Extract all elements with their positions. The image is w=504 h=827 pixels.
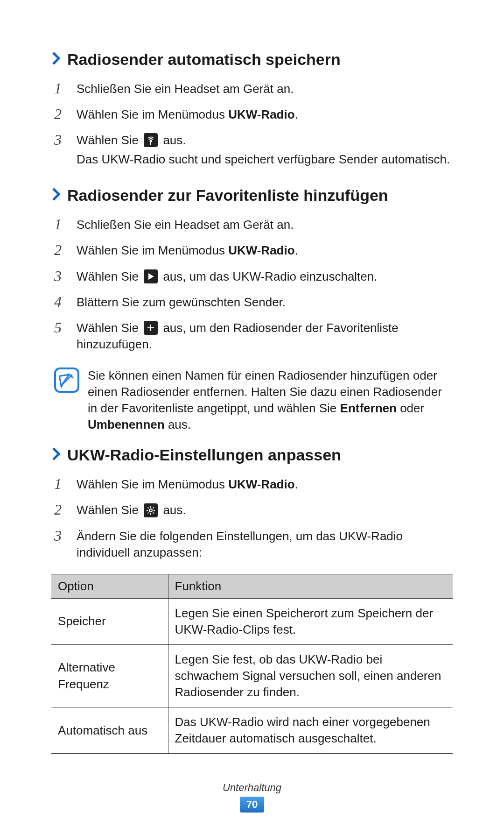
text: UKW-Radio [228,477,294,491]
text: aus, um das UKW-Radio einzuschalten. [160,269,377,283]
antenna-icon [144,133,158,147]
text: Blättern Sie zum gewünschten Sender. [77,295,286,309]
note-text: Sie können einen Namen für einen Radiose… [88,368,453,433]
section-title: Radiosender automatisch speichern [67,50,341,69]
step-body: Blättern Sie zum gewünschten Sender. [77,294,453,311]
text: . [295,243,298,257]
step-number: 1 [54,217,68,232]
steps-list: 1Schließen Sie ein Headset am Gerät an.2… [51,213,453,358]
text: . [295,107,298,121]
step-body: Wählen Sie im Menümodus UKW-Radio. [77,476,453,493]
option-desc: Legen Sie fest, ob das UKW-Radio bei sch… [168,644,453,707]
text: aus. [160,503,186,517]
step-number: 3 [54,269,68,283]
text: UKW-Radio [228,243,294,257]
chevron-icon [51,52,62,65]
text: Wählen Sie im Menümodus [77,107,228,121]
play-icon [144,269,158,283]
content: Radiosender automatisch speichern1Schlie… [51,50,453,754]
step-subtext: Das UKW-Radio sucht und speichert verfüg… [77,151,453,168]
settings-table: OptionFunktionSpeicherLegen Sie einen Sp… [51,574,453,754]
step: 4Blättern Sie zum gewünschten Sender. [51,290,453,316]
text: Wählen Sie im Menümodus [77,243,228,257]
option-desc: Legen Sie einen Speicherort zum Speicher… [168,598,453,644]
step-body: Ändern Sie die folgenden Einstellungen, … [77,528,453,561]
step-body: Wählen Sie im Menümodus UKW-Radio. [77,106,453,123]
step-number: 2 [54,242,68,257]
text: Entfernen [340,401,397,415]
section-heading: UKW-Radio-Einstellungen anpassen [51,446,453,464]
text: Schließen Sie ein Headset am Gerät an. [77,218,294,232]
step-number: 5 [54,320,68,335]
text: Umbenennen [88,417,165,431]
chevron-icon [51,447,62,460]
text: UKW-Radio [228,107,294,121]
step: 5Wählen Sie aus, um den Radiosender der … [51,316,453,358]
step-body: Wählen Sie im Menümodus UKW-Radio. [77,242,453,259]
step-number: 4 [54,294,68,309]
note-icon [54,368,79,393]
footer: Unterhaltung 70 [51,782,453,813]
step-number: 1 [54,81,68,96]
step-number: 1 [54,476,68,491]
step-number: 3 [54,528,68,543]
plus-icon [144,321,158,335]
step-body: Schließen Sie ein Headset am Gerät an. [77,81,453,97]
step: 3Ändern Sie die folgenden Einstellungen,… [51,524,453,566]
footer-category: Unterhaltung [51,782,453,794]
page: Radiosender automatisch speichern1Schlie… [0,0,504,827]
table-row: Automatisch ausDas UKW-Radio wird nach e… [51,707,453,754]
text: Ändern Sie die folgenden Einstellungen, … [77,529,403,559]
step: 1Schließen Sie ein Headset am Gerät an. [51,213,453,239]
chevron-icon [51,188,62,201]
text: aus. [160,133,186,147]
text: aus. [165,417,191,431]
step: 1Schließen Sie ein Headset am Gerät an. [51,77,453,103]
option-name: Speicher [51,598,168,644]
note: Sie können einen Namen für einen Radiose… [54,368,453,433]
step-body: Wählen Sie aus.Das UKW-Radio sucht und s… [77,132,453,168]
step: 3Wählen Sie aus, um das UKW-Radio einzus… [51,265,453,290]
step-number: 3 [54,132,68,147]
gear-icon [144,503,158,517]
step-body: Schließen Sie ein Headset am Gerät an. [77,217,453,233]
option-name: Alternative Frequenz [51,644,168,707]
text: oder [397,401,424,415]
step-body: Wählen Sie aus. [77,502,453,518]
text: Schließen Sie ein Headset am Gerät an. [77,82,294,96]
section-title: Radiosender zur Favoritenliste hinzufüge… [67,186,388,205]
text: . [295,477,298,491]
step: 2Wählen Sie im Menümodus UKW-Radio. [51,239,453,264]
table-header: Funktion [168,574,453,598]
steps-list: 1Wählen Sie im Menümodus UKW-Radio.2Wähl… [51,473,453,566]
steps-list: 1Schließen Sie ein Headset am Gerät an.2… [51,77,453,173]
page-number: 70 [240,797,264,813]
step: 3Wählen Sie aus.Das UKW-Radio sucht und … [51,128,453,173]
step: 1Wählen Sie im Menümodus UKW-Radio. [51,473,453,498]
table-row: SpeicherLegen Sie einen Speicherort zum … [51,598,453,644]
text: Wählen Sie [77,503,142,517]
step-number: 2 [54,502,68,517]
text: Wählen Sie im Menümodus [77,477,228,491]
section-heading: Radiosender zur Favoritenliste hinzufüge… [51,186,453,205]
table-row: Alternative FrequenzLegen Sie fest, ob d… [51,644,453,707]
text: Wählen Sie [77,321,142,335]
section-heading: Radiosender automatisch speichern [51,50,453,69]
table-header: Option [51,574,168,598]
step: 2Wählen Sie im Menümodus UKW-Radio. [51,103,453,128]
option-name: Automatisch aus [51,707,168,754]
option-desc: Das UKW-Radio wird nach einer vorgegeben… [168,707,453,754]
step-number: 2 [54,106,68,121]
text: Das UKW-Radio sucht und speichert verfüg… [77,152,450,166]
text: Wählen Sie [77,133,142,147]
text: Wählen Sie [77,269,142,283]
section-title: UKW-Radio-Einstellungen anpassen [67,446,341,464]
step-body: Wählen Sie aus, um den Radiosender der F… [77,320,453,353]
step: 2Wählen Sie aus. [51,498,453,524]
step-body: Wählen Sie aus, um das UKW-Radio einzusc… [77,269,453,285]
